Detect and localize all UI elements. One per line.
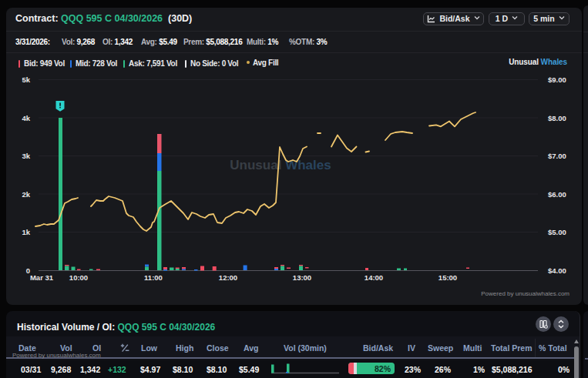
svg-text:$6.00: $6.00 (548, 190, 566, 199)
svg-text:$5.00: $5.00 (548, 228, 566, 236)
svg-text:14:00: 14:00 (365, 273, 383, 282)
svg-text:1k: 1k (22, 228, 30, 236)
svg-text:4k: 4k (22, 114, 30, 122)
svg-text:Powered by unusualwhales.com: Powered by unusualwhales.com (481, 290, 570, 297)
svg-text:5k: 5k (22, 75, 30, 84)
svg-text:$9.00: $9.00 (548, 75, 566, 84)
svg-text:Unusual Whales: Unusual Whales (230, 158, 331, 172)
svg-text:$4.00: $4.00 (548, 266, 566, 275)
svg-text:2k: 2k (22, 190, 30, 199)
svg-text:$8.00: $8.00 (548, 114, 566, 122)
svg-text:15:00: 15:00 (438, 273, 457, 282)
svg-text:Mar 31: Mar 31 (30, 273, 54, 282)
svg-text:13:00: 13:00 (293, 273, 311, 282)
svg-text:12:00: 12:00 (219, 273, 237, 282)
svg-text:3k: 3k (22, 152, 30, 160)
svg-text:11:00: 11:00 (144, 273, 163, 282)
svg-text:10:00: 10:00 (69, 273, 88, 282)
svg-text:$7.00: $7.00 (548, 152, 566, 160)
